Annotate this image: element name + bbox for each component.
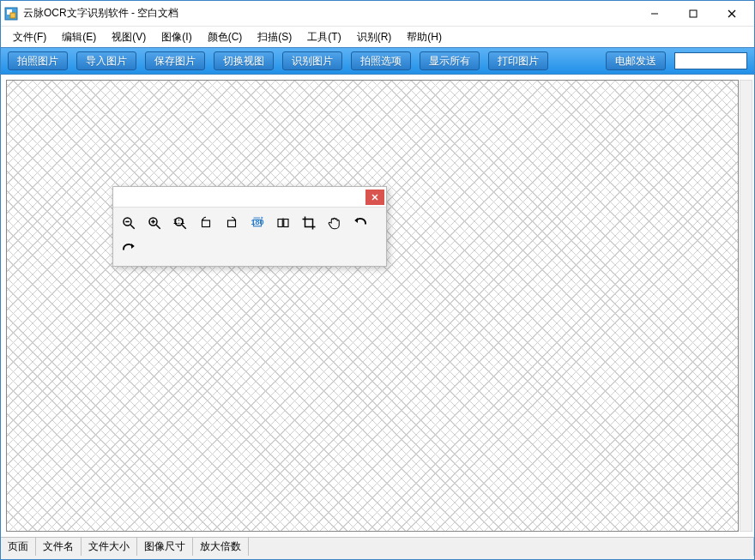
zoom-actual-size-icon[interactable]: 1:1	[170, 213, 190, 233]
main-toolbar: 拍照图片 导入图片 保存图片 切换视图 识别图片 拍照选项 显示所有 打印图片 …	[1, 47, 754, 75]
menubar: 文件(F) 编辑(E) 视图(V) 图像(I) 颜色(C) 扫描(S) 工具(T…	[1, 27, 754, 47]
menu-scan[interactable]: 扫描(S)	[251, 28, 299, 46]
crop-icon[interactable]	[299, 213, 319, 233]
undo-icon[interactable]	[350, 213, 371, 233]
save-image-button[interactable]: 保存图片	[145, 51, 205, 70]
menu-image[interactable]: 图像(I)	[154, 28, 198, 46]
close-button[interactable]	[712, 2, 751, 26]
vertical-scrollbar[interactable]	[740, 80, 752, 532]
svg-rect-4	[690, 10, 697, 17]
svg-rect-19	[202, 220, 210, 227]
flip-icon[interactable]	[273, 213, 293, 233]
svg-line-11	[130, 225, 135, 229]
rotate-180-icon[interactable]: 180	[247, 213, 268, 233]
svg-line-18	[182, 225, 186, 229]
menu-help[interactable]: 帮助(H)	[400, 28, 449, 46]
resize-grip[interactable]	[1, 556, 754, 559]
content-area: 1:1 180	[1, 75, 754, 537]
maximize-button[interactable]	[673, 2, 712, 26]
status-spacer	[249, 538, 754, 556]
toolbox-close-button[interactable]	[365, 190, 384, 205]
status-filename-label: 文件名	[36, 538, 82, 556]
svg-rect-21	[228, 220, 236, 227]
zoom-out-icon[interactable]	[118, 213, 139, 233]
svg-rect-2	[10, 13, 15, 18]
zoom-in-icon[interactable]	[144, 213, 165, 233]
window-controls	[635, 2, 751, 26]
svg-marker-30	[131, 244, 135, 249]
image-canvas-frame	[6, 80, 739, 532]
switch-view-button[interactable]: 切换视图	[214, 51, 274, 70]
status-page-label: 页面	[1, 538, 36, 556]
menu-view[interactable]: 视图(V)	[105, 28, 153, 46]
show-all-button[interactable]: 显示所有	[420, 51, 480, 70]
floating-toolbox[interactable]: 1:1 180	[112, 186, 387, 267]
svg-text:1:1: 1:1	[173, 217, 184, 226]
titlebar: 云脉OCR文字识别软件 - 空白文档	[1, 1, 754, 27]
redo-icon[interactable]	[118, 238, 139, 259]
menu-file[interactable]: 文件(F)	[6, 28, 53, 46]
menu-edit[interactable]: 编辑(E)	[55, 28, 103, 46]
import-image-button[interactable]: 导入图片	[76, 51, 136, 70]
status-filesize-label: 文件大小	[82, 538, 137, 556]
menu-tool[interactable]: 工具(T)	[300, 28, 347, 46]
menu-recognize[interactable]: 识别(R)	[350, 28, 399, 46]
minimize-button[interactable]	[635, 2, 673, 26]
statusbar: 页面 文件名 文件大小 图像尺寸 放大倍数	[1, 537, 754, 556]
menu-color[interactable]: 颜色(C)	[201, 28, 250, 46]
svg-text:180: 180	[251, 218, 263, 226]
print-image-button[interactable]: 打印图片	[488, 51, 548, 70]
toolbox-row: 1:1 180	[113, 208, 386, 266]
toolbar-text-input[interactable]	[674, 52, 747, 69]
recognize-image-button[interactable]: 识别图片	[282, 51, 342, 70]
capture-image-button[interactable]: 拍照图片	[8, 51, 68, 70]
window-title: 云脉OCR文字识别软件 - 空白文档	[23, 6, 635, 21]
svg-marker-20	[202, 219, 204, 220]
pan-hand-icon[interactable]	[324, 213, 345, 233]
app-icon	[4, 7, 18, 21]
toolbox-titlebar[interactable]	[113, 187, 386, 208]
rotate-left-icon[interactable]	[196, 213, 216, 233]
svg-line-15	[156, 225, 160, 229]
image-canvas[interactable]	[7, 81, 738, 531]
svg-rect-27	[284, 220, 288, 227]
status-image-dim-label: 图像尺寸	[137, 538, 193, 556]
app-window: 云脉OCR文字识别软件 - 空白文档 文件(F) 编辑(E) 视图(V) 图像(…	[0, 0, 755, 560]
status-zoom-label: 放大倍数	[193, 538, 249, 556]
capture-options-button[interactable]: 拍照选项	[351, 51, 411, 70]
rotate-right-icon[interactable]	[221, 213, 242, 233]
svg-rect-26	[278, 220, 282, 227]
svg-marker-29	[354, 218, 358, 223]
email-send-button[interactable]: 电邮发送	[606, 51, 666, 70]
svg-marker-22	[233, 219, 236, 220]
